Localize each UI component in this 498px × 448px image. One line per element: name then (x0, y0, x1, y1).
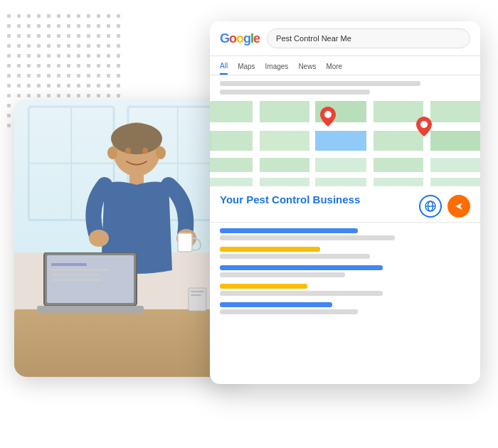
dot (107, 14, 110, 18)
table-surface (14, 309, 242, 377)
dot (7, 84, 11, 87)
dot (27, 34, 31, 38)
svg-rect-46 (210, 158, 253, 172)
dot (77, 34, 80, 38)
dot (27, 14, 31, 18)
svg-point-49 (324, 111, 332, 118)
dot (7, 124, 11, 127)
dot (97, 54, 100, 58)
result-row (220, 228, 470, 240)
result-row (220, 284, 470, 296)
nav-all[interactable]: All (220, 59, 228, 75)
svg-rect-22 (51, 279, 101, 281)
dot (17, 54, 21, 58)
dot (67, 14, 70, 18)
svg-rect-33 (366, 101, 374, 186)
dot (57, 84, 60, 87)
dot (47, 24, 51, 28)
dot (37, 74, 41, 78)
dot (27, 94, 31, 97)
dot (37, 94, 41, 97)
dot (67, 94, 70, 97)
dot (27, 74, 31, 78)
dot (97, 84, 100, 87)
dot (107, 64, 110, 68)
svg-rect-12 (129, 172, 144, 185)
nav-images[interactable]: Images (265, 60, 289, 74)
dot (87, 34, 90, 38)
svg-point-7 (111, 123, 162, 154)
dot (7, 14, 11, 18)
dot (77, 54, 80, 58)
nav-maps[interactable]: Maps (238, 60, 255, 74)
dot (47, 54, 51, 58)
globe-icon-btn[interactable] (419, 195, 442, 218)
dot (17, 44, 21, 48)
dot (117, 54, 120, 58)
dot (27, 24, 31, 28)
dot (97, 14, 100, 18)
dot (77, 14, 80, 18)
dot (7, 64, 11, 68)
dot (67, 44, 70, 48)
dot (37, 34, 41, 38)
dot (27, 64, 31, 68)
dot (7, 94, 11, 97)
dot (37, 64, 41, 68)
dot (17, 24, 21, 28)
dot (117, 84, 120, 87)
result-rows (210, 223, 480, 326)
dot (77, 94, 80, 97)
google-logo: Google (220, 31, 260, 46)
svg-point-8 (107, 146, 117, 159)
dot (57, 24, 60, 28)
dot (107, 74, 110, 78)
dot (57, 94, 60, 97)
dot (77, 64, 80, 68)
svg-rect-47 (260, 158, 309, 172)
svg-rect-31 (253, 101, 260, 186)
nav-more[interactable]: More (326, 60, 342, 74)
svg-rect-41 (260, 131, 309, 151)
dot (97, 34, 100, 38)
dot (47, 74, 51, 78)
dot (37, 44, 41, 48)
dot (7, 114, 11, 117)
dot (17, 34, 21, 38)
dot (87, 94, 90, 97)
dot (7, 44, 11, 48)
dot (67, 74, 70, 78)
svg-rect-14 (178, 233, 192, 252)
svg-rect-34 (423, 101, 430, 186)
dot (47, 64, 51, 68)
dot (67, 64, 70, 68)
svg-rect-39 (430, 101, 480, 122)
google-nav: All Maps Images News More (210, 56, 480, 75)
dot (57, 44, 60, 48)
google-search-bar[interactable]: Pest Control Near Me (267, 28, 470, 48)
dot (87, 44, 90, 48)
dot (87, 64, 90, 68)
dot (87, 74, 90, 78)
dot (77, 74, 80, 78)
directions-icon-btn[interactable] (447, 195, 470, 218)
svg-rect-36 (260, 101, 309, 122)
dot (117, 94, 120, 97)
dot (57, 14, 60, 18)
dot (77, 24, 80, 28)
svg-rect-40 (210, 131, 253, 151)
dot (97, 94, 100, 97)
nav-news[interactable]: News (298, 60, 316, 74)
dot (117, 14, 120, 18)
dot (67, 84, 70, 87)
dot (17, 74, 21, 78)
svg-rect-24 (191, 291, 204, 292)
dot (87, 54, 90, 58)
svg-point-15 (89, 230, 109, 247)
svg-point-9 (156, 146, 166, 159)
svg-rect-43 (374, 131, 423, 151)
dot (17, 94, 21, 97)
dot (27, 54, 31, 58)
dot (107, 34, 110, 38)
google-header: Google Pest Control Near Me (210, 21, 480, 56)
